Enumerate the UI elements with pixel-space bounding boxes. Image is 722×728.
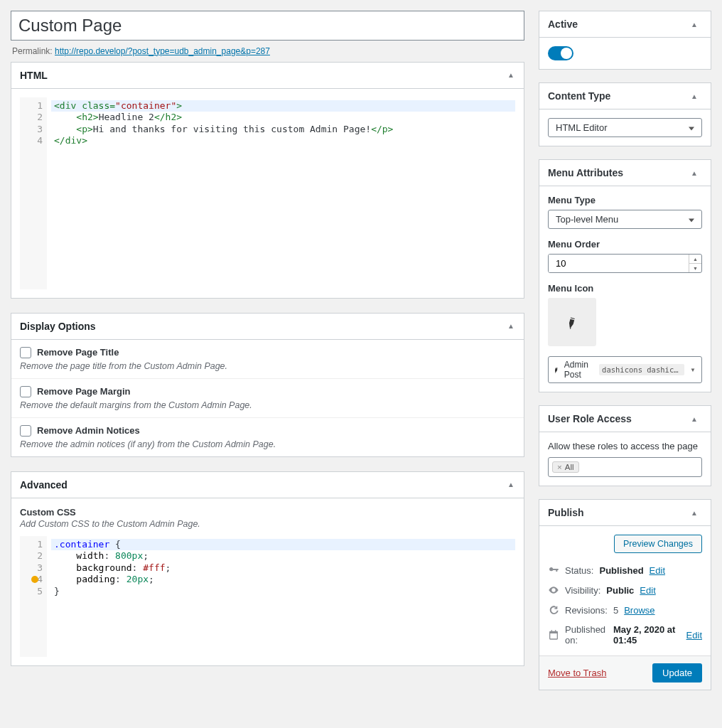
remove-margin-option[interactable]: Remove Page Margin xyxy=(20,386,515,397)
remove-tag-icon[interactable]: × xyxy=(557,463,562,471)
pin-icon xyxy=(562,312,581,331)
content-type-title: Content Type xyxy=(539,83,619,109)
active-title: Active xyxy=(539,11,586,37)
admin-post-selector[interactable]: Admin Post dashicons dashicons-adm... ▼ xyxy=(548,356,702,383)
active-box: Active xyxy=(539,11,711,70)
collapse-icon[interactable] xyxy=(685,509,711,517)
remove-notices-option[interactable]: Remove Admin Notices xyxy=(20,425,515,437)
active-toggle[interactable] xyxy=(548,46,573,60)
custom-css-desc: Add Custom CSS to the Custom Admin Page. xyxy=(11,519,524,536)
number-spinner[interactable]: ▲▼ xyxy=(689,255,701,272)
publish-box: Publish Preview Changes Status: Publishe… xyxy=(539,499,711,690)
role-tag-all[interactable]: × All xyxy=(552,461,579,473)
key-icon xyxy=(548,564,559,576)
collapse-icon[interactable] xyxy=(498,71,524,79)
html-code-editor[interactable]: 1234 <div class="container"> <h2>Headlin… xyxy=(20,97,515,289)
title-input[interactable] xyxy=(11,11,524,41)
content-type-box: Content Type HTML Editor xyxy=(539,82,711,146)
publish-title: Publish xyxy=(539,500,593,525)
advanced-box-title: Advanced xyxy=(11,472,76,498)
permalink-link[interactable]: http://repo.develop/?post_type=udb_admin… xyxy=(55,46,270,56)
user-role-box: User Role Access Allow these roles to ac… xyxy=(539,405,711,486)
remove-title-checkbox[interactable] xyxy=(20,347,31,358)
preview-changes-button[interactable]: Preview Changes xyxy=(614,535,702,553)
eye-icon xyxy=(548,584,559,596)
css-code-editor[interactable]: 123 4 5 .container { width: 800px; backg… xyxy=(20,536,515,657)
display-options-title: Display Options xyxy=(11,314,104,339)
remove-notices-checkbox[interactable] xyxy=(20,425,31,437)
dashicon-code: dashicons dashicons-adm... xyxy=(599,364,684,375)
menu-order-field[interactable] xyxy=(549,255,689,272)
edit-visibility-link[interactable]: Edit xyxy=(640,585,655,596)
collapse-icon[interactable] xyxy=(685,415,711,423)
status-row: Status: Published Edit xyxy=(548,560,702,580)
permalink-label: Permalink: xyxy=(12,46,53,56)
move-to-trash-link[interactable]: Move to Trash xyxy=(548,668,606,678)
user-role-title: User Role Access xyxy=(539,406,640,432)
calendar-icon xyxy=(548,629,559,641)
css-gutter: 123 4 5 xyxy=(20,536,47,657)
advanced-box: Advanced Custom CSS Add Custom CSS to th… xyxy=(11,471,524,666)
collapse-icon[interactable] xyxy=(685,169,711,177)
menu-attributes-box: Menu Attributes Menu Type Top-level Menu… xyxy=(539,159,711,392)
html-box-title: HTML xyxy=(11,63,56,88)
menu-icon-label: Menu Icon xyxy=(548,283,702,298)
role-tag-input[interactable]: × All xyxy=(548,457,702,477)
collapse-icon[interactable] xyxy=(498,322,524,330)
warning-icon xyxy=(31,576,38,583)
content-type-select[interactable]: HTML Editor xyxy=(548,118,702,137)
menu-order-label: Menu Order xyxy=(548,239,702,254)
edit-published-link[interactable]: Edit xyxy=(686,630,702,641)
remove-title-option[interactable]: Remove Page Title xyxy=(20,347,515,358)
menu-type-select[interactable]: Top-level Menu xyxy=(548,210,702,229)
browse-revisions-link[interactable]: Browse xyxy=(624,605,654,616)
collapse-icon[interactable] xyxy=(685,21,711,28)
revisions-row: Revisions: 5 Browse xyxy=(548,600,702,620)
collapse-icon[interactable] xyxy=(498,481,524,488)
edit-status-link[interactable]: Edit xyxy=(650,565,665,576)
icon-picker[interactable] xyxy=(548,298,596,346)
permalink-row: Permalink: http://repo.develop/?post_typ… xyxy=(11,41,524,62)
menu-attributes-title: Menu Attributes xyxy=(539,160,632,186)
chevron-down-icon: ▼ xyxy=(689,367,697,373)
custom-css-label: Custom CSS xyxy=(11,498,524,519)
remove-margin-checkbox[interactable] xyxy=(20,386,31,397)
pin-icon xyxy=(551,363,562,375)
html-editor-box: HTML 1234 <div class="container"> <h2>He… xyxy=(11,62,524,299)
html-gutter: 1234 xyxy=(20,97,47,289)
update-button[interactable]: Update xyxy=(652,663,702,682)
visibility-row: Visibility: Public Edit xyxy=(548,580,702,600)
menu-type-label: Menu Type xyxy=(548,195,702,210)
published-row: Published on: May 2, 2020 at 01:45 Edit xyxy=(548,620,702,650)
role-access-label: Allow these roles to access the page xyxy=(548,441,702,457)
display-options-box: Display Options Remove Page Title Remove… xyxy=(11,313,524,457)
history-icon xyxy=(548,604,559,616)
menu-order-input[interactable]: ▲▼ xyxy=(548,254,702,273)
collapse-icon[interactable] xyxy=(685,92,711,100)
